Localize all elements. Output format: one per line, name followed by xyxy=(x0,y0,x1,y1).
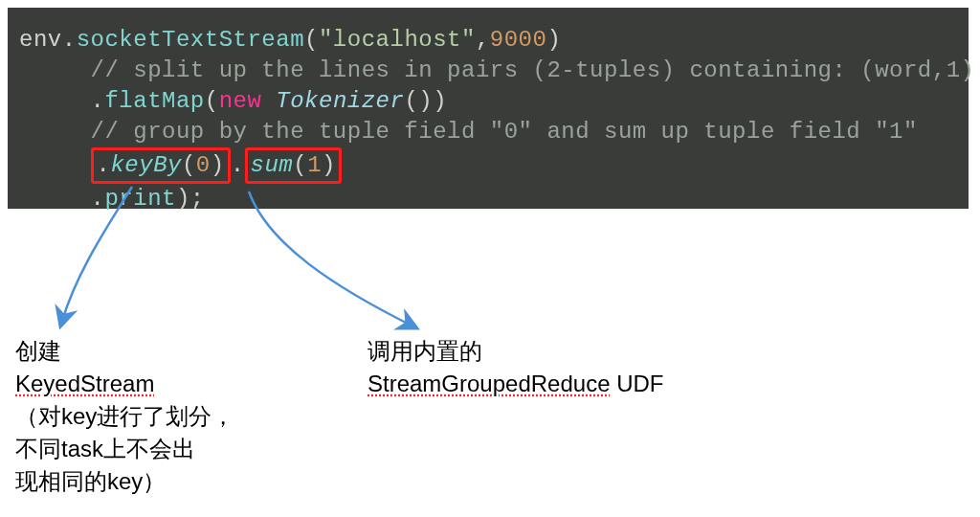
method-keyBy: keyBy xyxy=(110,152,182,178)
note-line: StreamGroupedReduce UDF xyxy=(368,368,769,400)
type-Tokenizer: Tokenizer xyxy=(276,88,404,114)
number-literal: 9000 xyxy=(490,27,547,53)
method-sum: sum xyxy=(251,152,294,178)
code-line-4: // group by the tuple field "0" and sum … xyxy=(19,117,957,147)
note-line: KeyedStream xyxy=(15,368,235,400)
code-line-6: .print); xyxy=(19,184,957,214)
note-udf: 调用内置的 StreamGroupedReduce UDF xyxy=(368,335,769,400)
comment: // split up the lines in pairs (2-tuples… xyxy=(91,57,975,83)
highlight-keyby: .keyBy(0) xyxy=(91,147,231,184)
highlight-sum: sum(1) xyxy=(245,147,342,184)
note-line: 不同task上不会出 xyxy=(15,433,235,465)
ident-env: env xyxy=(19,27,62,53)
code-line-1: env.socketTextStream("localhost",9000) xyxy=(19,25,957,56)
code-line-5: .keyBy(0).sum(1) xyxy=(19,147,957,184)
note-line: （对key进行了划分， xyxy=(15,400,235,433)
code-block: env.socketTextStream("localhost",9000) /… xyxy=(8,8,969,209)
string-literal: "localhost" xyxy=(319,27,476,53)
comment: // group by the tuple field "0" and sum … xyxy=(91,119,918,145)
note-line: 调用内置的 xyxy=(368,335,769,368)
note-line: 创建 xyxy=(15,335,235,368)
method-flatMap: flatMap xyxy=(104,88,204,114)
method-socketTextStream: socketTextStream xyxy=(77,27,304,53)
note-line: 现相同的key） xyxy=(15,465,235,498)
method-print: print xyxy=(104,186,176,212)
note-keyedstream: 创建 KeyedStream （对key进行了划分， 不同task上不会出 现相… xyxy=(15,335,235,498)
code-line-3: .flatMap(new Tokenizer()) xyxy=(19,86,957,117)
keyword-new: new xyxy=(219,88,262,114)
code-line-2: // split up the lines in pairs (2-tuples… xyxy=(19,56,957,86)
